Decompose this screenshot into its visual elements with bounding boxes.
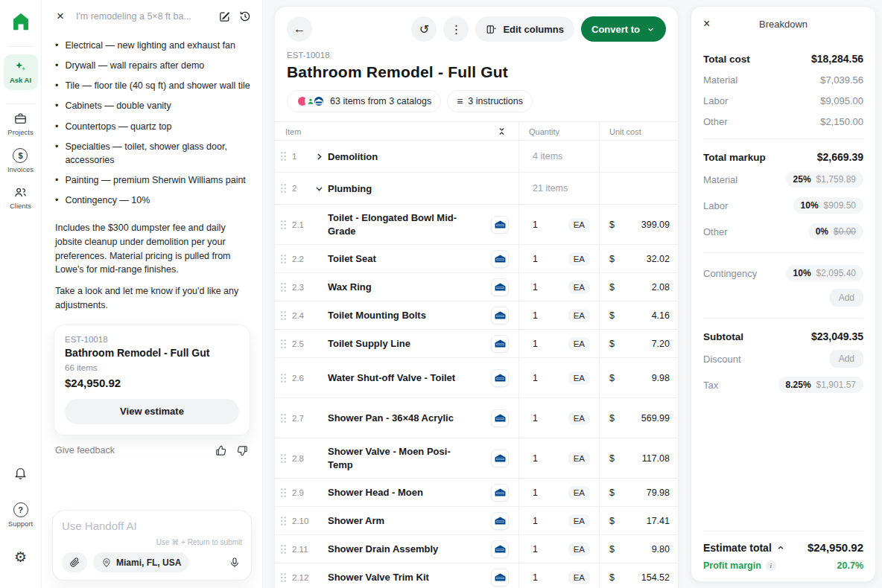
quantity-value[interactable]: 1 (533, 544, 538, 555)
sidebar-item-ask-ai[interactable]: Ask AI (4, 54, 38, 90)
quantity-value[interactable]: 1 (533, 310, 538, 321)
unit-cost-cell[interactable] (599, 173, 678, 204)
unit-cost-cell[interactable]: $4.16 (599, 301, 678, 329)
estimate-card[interactable]: EST-10018 Bathroom Remodel - Full Gut 66… (54, 325, 250, 435)
quantity-cell[interactable]: 1EA (518, 535, 599, 563)
convert-to-button[interactable]: Convert to (581, 16, 666, 42)
drag-handle-icon[interactable] (280, 282, 292, 293)
section-row[interactable]: 1Demolition4 items (275, 140, 678, 172)
handoff-logo-icon[interactable] (10, 10, 32, 33)
quantity-value[interactable]: 1 (533, 254, 538, 264)
quantity-value[interactable]: 1 (533, 413, 538, 424)
item-row[interactable]: 2.8Shower Valve - Moen Posi-Temp1EA$117.… (275, 438, 678, 478)
quantity-value[interactable]: 1 (533, 220, 538, 230)
item-row[interactable]: 2.9Shower Head - Moen1EA$79.98 (275, 478, 678, 506)
unit-cost-cell[interactable]: $2.08 (599, 273, 678, 301)
catalogs-chip[interactable]: 63 items from 3 catalogs (287, 90, 441, 112)
quantity-value[interactable]: 1 (533, 339, 538, 349)
quantity-cell[interactable]: 1EA (518, 245, 599, 272)
collapse-section-icon[interactable] (314, 184, 328, 194)
item-row[interactable]: 2.12Shower Valve Trim Kit1EA$154.52 (275, 563, 678, 588)
item-row[interactable]: 2.6Water Shut-off Valve - Toilet1EA$9.98 (275, 357, 678, 397)
quantity-cell[interactable]: 21 items (518, 173, 599, 204)
markup-pill[interactable]: 25%$1,759.89 (786, 171, 863, 188)
quantity-cell[interactable]: 4 items (518, 141, 599, 172)
undo-button[interactable]: ↺ (411, 16, 437, 42)
quantity-cell[interactable]: 1EA (518, 358, 599, 397)
item-row[interactable]: 2.4Toilet Mounting Bolts1EA$4.16 (275, 301, 678, 329)
markup-pill[interactable]: 10%$909.50 (793, 197, 863, 214)
more-options-button[interactable]: ⋮ (443, 16, 469, 42)
unit-badge[interactable]: EA (568, 514, 590, 528)
unit-cost-value[interactable]: 9.98 (652, 373, 670, 383)
sidebar-item-projects[interactable]: Projects (7, 112, 33, 136)
quantity-cell[interactable]: 1EA (518, 398, 599, 438)
unit-badge[interactable]: EA (568, 309, 590, 322)
unit-badge[interactable]: EA (568, 337, 590, 351)
item-row[interactable]: 2.11Shower Drain Assembly1EA$9.80 (275, 534, 678, 563)
attach-file-button[interactable] (62, 552, 87, 572)
unit-badge[interactable]: EA (568, 371, 590, 385)
drag-handle-icon[interactable] (280, 373, 292, 383)
item-row[interactable]: 2.3Wax Ring1EA$2.08 (275, 272, 678, 301)
unit-cost-value[interactable]: 569.99 (641, 413, 670, 424)
quantity-cell[interactable]: 1EA (518, 507, 599, 534)
drag-handle-icon[interactable] (280, 310, 292, 321)
back-button[interactable]: ← (287, 16, 312, 42)
item-row[interactable]: 2.1Toilet - Elongated Bowl Mid-Grade1EA$… (275, 204, 678, 244)
unit-badge[interactable]: EA (568, 571, 590, 584)
quantity-cell[interactable]: 1EA (518, 330, 599, 357)
settings-button[interactable]: ⚙ (14, 550, 27, 564)
unit-cost-value[interactable]: 17.41 (647, 516, 670, 526)
unit-cost-cell[interactable]: $117.08 (599, 438, 678, 478)
thumbs-down-icon[interactable] (236, 444, 249, 457)
unit-cost-value[interactable]: 4.16 (652, 310, 670, 321)
unit-badge[interactable]: EA (568, 412, 590, 425)
unit-cost-cell[interactable]: $7.20 (599, 330, 678, 357)
quantity-cell[interactable]: 1EA (518, 273, 599, 301)
drag-handle-icon[interactable] (280, 413, 292, 424)
contingency-add-button[interactable]: Add (830, 289, 863, 307)
item-row[interactable]: 2.7Shower Pan - 36×48 Acrylic1EA$569.99 (275, 397, 678, 438)
quantity-cell[interactable]: 1EA (518, 479, 599, 506)
new-chat-icon[interactable] (218, 10, 231, 23)
unit-cost-cell[interactable]: $32.02 (599, 245, 678, 272)
unit-cost-value[interactable]: 9.80 (652, 544, 670, 555)
tax-pill[interactable]: 8.25% $1,901.57 (778, 377, 863, 393)
unit-cost-cell[interactable]: $569.99 (599, 398, 678, 438)
drag-handle-icon[interactable] (280, 488, 292, 498)
unit-badge[interactable]: EA (568, 452, 590, 465)
quantity-value[interactable]: 1 (533, 516, 538, 526)
discount-add-button[interactable]: Add (830, 350, 863, 368)
collapse-all-icon[interactable] (497, 127, 507, 136)
quantity-value[interactable]: 1 (533, 282, 538, 293)
unit-cost-value[interactable]: 79.98 (647, 488, 670, 498)
unit-badge[interactable]: EA (568, 252, 590, 266)
quantity-value[interactable]: 1 (533, 488, 538, 498)
unit-cost-value[interactable]: 7.20 (652, 339, 670, 349)
unit-cost-cell[interactable]: $9.98 (599, 358, 678, 397)
contingency-pill[interactable]: 10% $2,095.40 (786, 265, 863, 281)
quantity-value[interactable]: 1 (533, 453, 538, 464)
unit-cost-value[interactable]: 2.08 (652, 282, 670, 293)
thumbs-up-icon[interactable] (215, 444, 227, 457)
drag-handle-icon[interactable] (280, 544, 292, 555)
unit-cost-cell[interactable]: $79.98 (599, 479, 678, 506)
notifications-button[interactable] (13, 466, 28, 480)
drag-handle-icon[interactable] (280, 151, 292, 162)
estimate-total-toggle[interactable]: Estimate total (703, 542, 785, 554)
unit-badge[interactable]: EA (568, 543, 590, 556)
close-chat-icon[interactable]: × (52, 7, 69, 25)
drag-handle-icon[interactable] (280, 339, 292, 349)
drag-handle-icon[interactable] (280, 220, 292, 230)
sidebar-item-support[interactable]: ? Support (8, 502, 33, 528)
markup-pill[interactable]: 0%$0.00 (808, 223, 863, 240)
history-icon[interactable] (238, 10, 252, 23)
quantity-cell[interactable]: 1EA (518, 205, 599, 244)
drag-handle-icon[interactable] (280, 453, 292, 464)
unit-cost-cell[interactable]: $9.80 (599, 535, 678, 563)
sidebar-item-invoices[interactable]: $ Invoices (7, 148, 34, 173)
unit-cost-cell[interactable] (599, 141, 678, 172)
edit-columns-button[interactable]: Edit columns (475, 16, 574, 42)
drag-handle-icon[interactable] (280, 183, 292, 194)
